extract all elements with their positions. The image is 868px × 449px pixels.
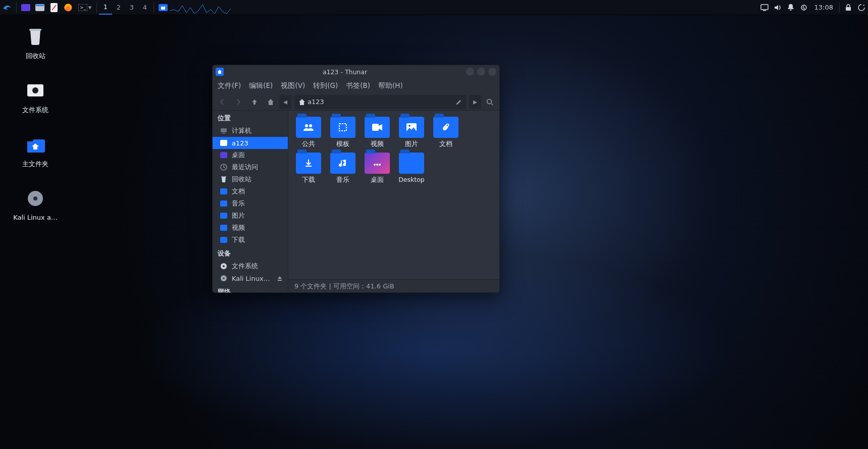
folder-label: 音乐: [327, 176, 359, 184]
tray-volume-icon[interactable]: [771, 4, 784, 12]
computer-icon: [220, 127, 228, 135]
taskbar-app-files[interactable]: [33, 1, 47, 15]
workspace-2[interactable]: 2: [112, 1, 125, 15]
folder-desktop-cn[interactable]: 桌面: [361, 153, 393, 184]
sidebar-item-filesystem[interactable]: 文件系统: [213, 260, 288, 272]
desktop-icon-trash[interactable]: 回收站: [11, 24, 60, 61]
workspace-4[interactable]: 4: [138, 1, 151, 15]
tray-notifications-icon[interactable]: [784, 4, 797, 12]
folder-label: Desktop: [395, 176, 428, 183]
taskbar-app-firefox[interactable]: [61, 1, 75, 15]
sidebar-item-label: Kali Linux a…: [232, 275, 271, 282]
panel-separator: [839, 3, 840, 13]
toolbar: ◂ a123 ▸: [213, 93, 499, 111]
svg-rect-28: [220, 225, 227, 231]
taskbar-app-monitor[interactable]: [19, 1, 33, 15]
svg-rect-19: [221, 128, 227, 132]
window-minimize-button[interactable]: [466, 68, 474, 76]
sidebar-item-documents[interactable]: 文档: [213, 185, 288, 197]
sidebar-item-label: 文件系统: [232, 262, 258, 271]
people-icon: [303, 123, 314, 131]
menubar: 文件(F) 编辑(E) 视图(V) 转到(G) 书签(B) 帮助(H): [213, 78, 499, 93]
window-title: a123 - Thunar: [227, 68, 463, 76]
menu-go[interactable]: 转到(G): [313, 81, 338, 90]
sidebar-item-desktop[interactable]: 桌面: [213, 149, 288, 161]
folder-templates[interactable]: 模板: [327, 117, 359, 148]
nav-up-button[interactable]: [247, 94, 262, 110]
window-close-button[interactable]: [488, 68, 496, 76]
svg-rect-27: [220, 213, 227, 219]
tray-session-icon[interactable]: [855, 4, 868, 12]
kali-menu-icon[interactable]: [0, 1, 14, 15]
path-bar[interactable]: a123: [294, 95, 466, 109]
desktop-icon-optical[interactable]: Kali Linux a…: [11, 186, 60, 221]
desktop-icon: [220, 151, 228, 159]
menu-edit[interactable]: 编辑(E): [249, 81, 273, 90]
search-button[interactable]: [482, 94, 497, 110]
sidebar-item-home[interactable]: a123: [213, 137, 288, 149]
menu-view[interactable]: 视图(V): [281, 81, 305, 90]
desktop-icon-label: 回收站: [11, 52, 60, 61]
desktop-icon-home[interactable]: 主文件夹: [11, 132, 60, 169]
folder-public[interactable]: 公共: [292, 117, 325, 148]
tray-lock-icon[interactable]: [842, 4, 855, 11]
sidebar: 位置 计算机 a123 桌面 最近访问 回收站 文档 音乐 图片 视频 下载 设…: [213, 111, 288, 292]
folder-music[interactable]: 音乐: [327, 153, 359, 184]
window-titlebar[interactable]: a123 - Thunar: [213, 65, 499, 78]
sidebar-item-trash[interactable]: 回收站: [213, 173, 288, 185]
eject-icon[interactable]: [277, 275, 284, 281]
folder-documents[interactable]: 文档: [430, 117, 462, 148]
menu-bookmarks[interactable]: 书签(B): [346, 81, 370, 90]
svg-rect-8: [161, 7, 165, 10]
desktop-icon-filesystem[interactable]: 文件系统: [11, 78, 60, 115]
folder-label: 图片: [395, 140, 428, 148]
sidebar-item-music[interactable]: 音乐: [213, 197, 288, 210]
folder-pictures[interactable]: 图片: [395, 117, 428, 148]
workspace-3[interactable]: 3: [125, 1, 138, 15]
attach-icon: [442, 123, 450, 132]
menu-file[interactable]: 文件(F): [218, 81, 241, 90]
panel-separator: [96, 3, 97, 13]
svg-point-43: [376, 164, 378, 166]
panel-clock[interactable]: 13:08: [810, 4, 837, 11]
image-icon: [406, 123, 417, 131]
workspace-1[interactable]: 1: [99, 1, 112, 15]
cpu-graph-icon: [170, 1, 231, 15]
path-history-forward-button[interactable]: ▸: [469, 95, 481, 109]
sidebar-item-recent[interactable]: 最近访问: [213, 161, 288, 173]
folder-icon: [220, 199, 228, 208]
folder-icon: [220, 187, 228, 195]
path-segment-home[interactable]: a123: [294, 95, 328, 109]
path-edit-button[interactable]: [452, 98, 466, 106]
window-maximize-button[interactable]: [477, 68, 485, 76]
desktop-icon-label: 主文件夹: [11, 160, 60, 169]
nav-back-button[interactable]: [215, 94, 230, 110]
folder-downloads[interactable]: 下载: [292, 153, 325, 184]
folder-videos[interactable]: 视频: [361, 117, 393, 148]
sidebar-item-optical[interactable]: Kali Linux a…: [213, 272, 288, 284]
taskbar-app-editor[interactable]: [47, 1, 61, 15]
icon-view[interactable]: 公共 模板 视频 图片 文档 下载 音乐 桌面 Desktop: [288, 111, 499, 279]
path-history-back-button[interactable]: ◂: [279, 95, 291, 109]
svg-rect-10: [763, 10, 766, 11]
tray-display-icon[interactable]: [758, 4, 771, 11]
folder-desktop-en[interactable]: Desktop: [395, 153, 428, 184]
taskbar-app-terminal[interactable]: >_▾: [75, 1, 94, 15]
sidebar-item-downloads[interactable]: 下载: [213, 234, 288, 246]
taskbar-window-thunar[interactable]: [156, 1, 170, 15]
nav-forward-button[interactable]: [231, 94, 246, 110]
svg-rect-20: [222, 133, 225, 134]
menu-help[interactable]: 帮助(H): [378, 81, 403, 90]
sidebar-item-pictures[interactable]: 图片: [213, 210, 288, 222]
panel-spacer: [170, 1, 758, 15]
nav-home-button[interactable]: [263, 94, 278, 110]
sidebar-item-computer[interactable]: 计算机: [213, 125, 288, 137]
sidebar-item-videos[interactable]: 视频: [213, 222, 288, 234]
sidebar-item-label: 回收站: [232, 175, 251, 184]
sidebar-item-label: 音乐: [232, 199, 245, 208]
svg-point-44: [379, 164, 381, 166]
svg-point-31: [223, 265, 225, 267]
panel-separator: [154, 3, 154, 13]
clock-icon: [220, 163, 228, 171]
tray-power-icon[interactable]: [797, 4, 810, 11]
